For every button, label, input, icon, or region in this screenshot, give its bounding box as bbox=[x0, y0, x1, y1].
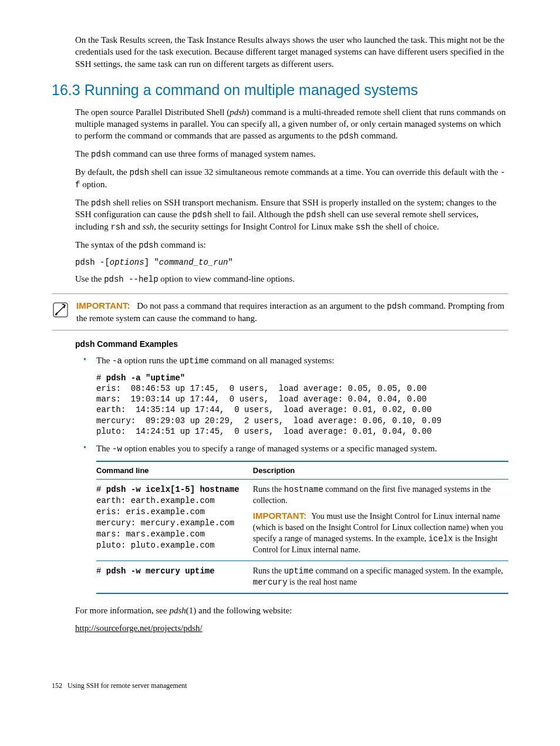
important-label-inline: IMPORTANT: bbox=[253, 511, 306, 521]
para-5: The syntax of the pdsh command is: bbox=[75, 239, 508, 251]
row2-desc: Runs the uptime command on a specific ma… bbox=[253, 561, 508, 593]
important-label: IMPORTANT: bbox=[76, 301, 130, 310]
para-3: By default, the pdsh shell can issue 32 … bbox=[75, 166, 508, 191]
important-callout: IMPORTANT: Do not pass a command that re… bbox=[52, 293, 508, 330]
page-footer: 152 Using SSH for remote server manageme… bbox=[52, 681, 508, 690]
intro-paragraph: On the Task Results screen, the Task Ins… bbox=[75, 34, 508, 70]
row1-important: IMPORTANT:You must use the Insight Contr… bbox=[253, 510, 504, 556]
row2-cmd: # pdsh -w mercury uptime bbox=[96, 561, 253, 593]
col-command-line: Command line bbox=[96, 461, 253, 480]
pdsh-project-link[interactable]: http://sourceforge.net/projects/pdsh/ bbox=[75, 623, 203, 633]
page-number: 152 bbox=[52, 681, 62, 690]
section-title: Running a command on multiple managed sy… bbox=[85, 82, 418, 98]
important-icon bbox=[52, 301, 69, 322]
link-line: http://sourceforge.net/projects/pdsh/ bbox=[75, 622, 508, 634]
code-example-1: # pdsh -a "uptime" eris: 08:46:53 up 17:… bbox=[96, 373, 508, 437]
syntax-line: pdsh -[options] "command_to_run" bbox=[75, 257, 508, 268]
para-1: The open source Parallel Distributed She… bbox=[75, 106, 508, 142]
para-4: The pdsh shell relies on SSH transport m… bbox=[75, 197, 508, 234]
para-6: Use the pdsh --help option to view comma… bbox=[75, 273, 508, 285]
closing-para: For more information, see pdsh(1) and th… bbox=[75, 605, 508, 616]
row1-cmd: # pdsh -w icelx[1-5] hostname earth: ear… bbox=[96, 480, 253, 561]
table-row: # pdsh -w icelx[1-5] hostname earth: ear… bbox=[96, 480, 508, 561]
footer-title: Using SSH for remote server management bbox=[68, 681, 187, 690]
row1-desc: Runs the hostname command on the first f… bbox=[253, 480, 508, 561]
important-text: IMPORTANT: Do not pass a command that re… bbox=[76, 300, 508, 324]
para-2: The pdsh command can use three forms of … bbox=[75, 148, 508, 160]
section-number: 16.3 bbox=[52, 82, 80, 98]
table-row: # pdsh -w mercury uptime Runs the uptime… bbox=[96, 561, 508, 593]
bullet-1: The -a option runs the uptime command on… bbox=[75, 355, 508, 367]
examples-heading: pdsh Command Examples bbox=[75, 339, 508, 350]
col-description: Description bbox=[253, 461, 508, 480]
bullet-2: The -w option enables you to specify a r… bbox=[75, 443, 508, 455]
section-heading: 16.3 Running a command on multiple manag… bbox=[52, 80, 508, 100]
command-table: Command line Description # pdsh -w icelx… bbox=[96, 461, 508, 594]
